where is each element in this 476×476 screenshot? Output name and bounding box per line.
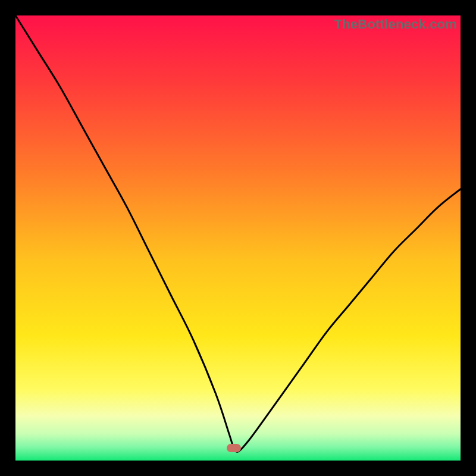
watermark-label: TheBottleneck.com <box>334 17 457 32</box>
plot-area: TheBottleneck.com <box>15 15 461 461</box>
bottleneck-curve <box>15 15 461 461</box>
curve-path <box>15 15 461 452</box>
optimum-marker <box>227 444 241 452</box>
chart-stage: TheBottleneck.com <box>0 0 476 476</box>
